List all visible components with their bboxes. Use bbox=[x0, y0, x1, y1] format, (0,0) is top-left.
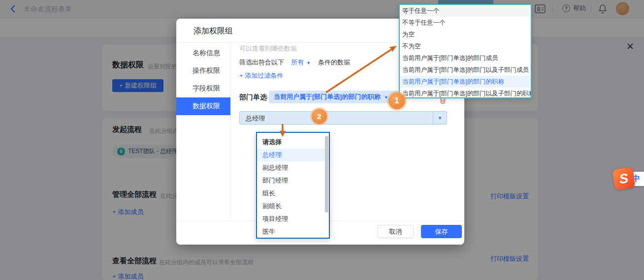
job-title-dropdown: 请选择 总经理 副总经理 部门经理 组长 副组长 项目经理 医牛 bbox=[256, 132, 330, 239]
job-title-select-value: 总经理 bbox=[246, 114, 265, 123]
save-button[interactable]: 保存 bbox=[421, 225, 462, 238]
job-option[interactable]: 项目经理 bbox=[257, 213, 329, 225]
chevron-down-icon: ▼ bbox=[384, 95, 388, 100]
job-title-select[interactable]: 总经理 ▼ bbox=[239, 111, 447, 124]
condition-option[interactable]: 当前用户属于[部门单选]的部门成员 bbox=[400, 52, 531, 64]
condition-option[interactable]: 等于任意一个 bbox=[400, 5, 531, 17]
condition-type-value: 当前用户属于[部门单选]的部门的职称 bbox=[274, 93, 381, 101]
filter-prefix: 筛选出符合以下 bbox=[239, 58, 284, 67]
condition-type-select[interactable]: 当前用户属于[部门单选]的部门的职称 ▼ bbox=[269, 91, 398, 103]
field-label: 部门单选 bbox=[239, 93, 267, 102]
job-option[interactable]: 副总经理 bbox=[257, 161, 329, 174]
divider bbox=[230, 42, 231, 220]
filter-mode-select[interactable]: 所有 bbox=[291, 58, 304, 67]
tab-data-perm[interactable]: 数据权限 bbox=[176, 97, 230, 115]
condition-option[interactable]: 当前用户属于[部门单选]的部门以及子部门成员 bbox=[400, 64, 531, 76]
chevron-down-icon[interactable]: ▼ bbox=[306, 61, 311, 65]
data-scope-hint: 可以查看到哪些数据 bbox=[239, 44, 297, 53]
step-2-badge: 2 bbox=[312, 109, 327, 124]
condition-option[interactable]: 不为空 bbox=[400, 40, 531, 52]
job-option[interactable]: 医牛 bbox=[257, 225, 329, 238]
job-option-selected[interactable]: 总经理 bbox=[257, 149, 329, 161]
step-1-badge: 1 bbox=[388, 93, 405, 109]
job-option[interactable]: 部门经理 bbox=[257, 174, 329, 187]
condition-options-dropdown: 等于任意一个 不等于任意一个 为空 不为空 当前用户属于[部门单选]的部门成员 … bbox=[399, 4, 532, 98]
sogou-input-icon[interactable]: S bbox=[612, 167, 635, 190]
job-option[interactable]: 副组长 bbox=[257, 200, 329, 213]
modal-title: 添加权限组 bbox=[193, 26, 233, 36]
filter-suffix: 条件的数据 bbox=[318, 58, 350, 67]
tab-operation-perm[interactable]: 操作权限 bbox=[176, 62, 230, 80]
job-option[interactable]: 组长 bbox=[257, 187, 329, 200]
chevron-down-icon: ▼ bbox=[433, 112, 447, 124]
tab-field-perm[interactable]: 字段权限 bbox=[176, 80, 230, 97]
condition-option[interactable]: 不等于任意一个 bbox=[400, 17, 531, 29]
condition-option-selected[interactable]: 当前用户属于[部门单选]的部门的职称 bbox=[400, 76, 531, 88]
condition-option[interactable]: 为空 bbox=[400, 29, 531, 40]
dropdown-scrollbar[interactable] bbox=[325, 136, 328, 213]
filter-sentence: 筛选出符合以下 所有 ▼ 条件的数据 bbox=[239, 58, 350, 67]
tab-name-info[interactable]: 名称信息 bbox=[176, 44, 230, 62]
condition-option[interactable]: 当前用户属于[部门单选]的部门以及子部门的职称 bbox=[400, 88, 531, 98]
add-filter-condition-link[interactable]: + 添加过滤条件 bbox=[239, 71, 283, 80]
cancel-button[interactable]: 取消 bbox=[378, 225, 414, 238]
job-option-placeholder[interactable]: 请选择 bbox=[257, 136, 329, 149]
